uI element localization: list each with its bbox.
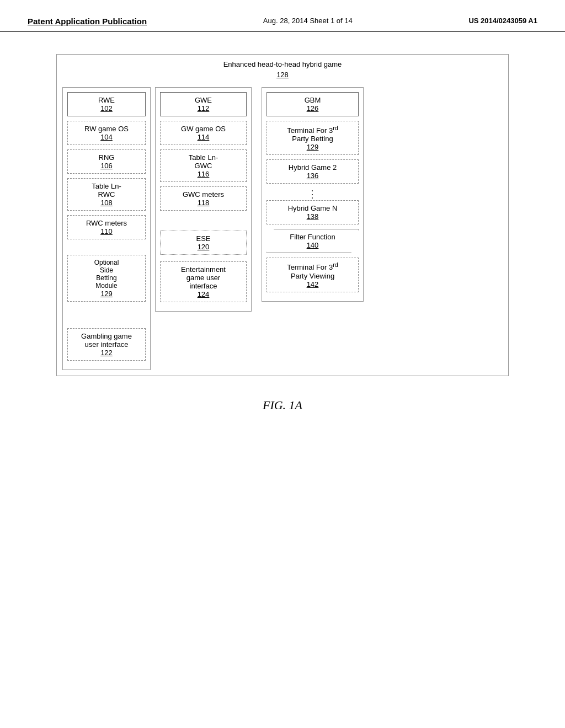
gbm-column: GBM 126 Terminal For 3rdParty Betting 12…: [262, 87, 364, 302]
table-ln-rwc-num: 108: [72, 199, 141, 207]
main-title: Enhanced head-to-head hybrid game: [62, 60, 503, 68]
hybrid-game-n-title: Hybrid Game N: [271, 204, 354, 212]
hybrid-game-2-title: Hybrid Game 2: [271, 163, 354, 172]
rwc-meters-block: RWC meters 110: [67, 215, 146, 239]
filter-function-title: Filter Function: [271, 233, 354, 241]
rng-title: RNG: [72, 153, 141, 162]
entertainment-interface-block: Entertainmentgame userinterface 124: [160, 261, 247, 302]
gambling-interface-title: Gambling gameuser interface: [72, 332, 141, 349]
entertainment-interface-title: Entertainmentgame userinterface: [165, 265, 242, 290]
rw-game-os-num: 104: [72, 133, 141, 141]
gbm-title: GBM: [271, 96, 354, 104]
diagram-area: Enhanced head-to-head hybrid game 128 RW…: [0, 32, 565, 435]
publication-title: Patent Application Publication: [28, 17, 147, 26]
gwc-meters-title: GWC meters: [165, 190, 242, 199]
terminal-party-betting-num: 129: [271, 143, 354, 151]
terminal-party-viewing-title: Terminal For 3rdParty Viewing: [271, 261, 354, 280]
hybrid-game-2-num: 136: [271, 172, 354, 180]
gwc-meters-block: GWC meters 118: [160, 186, 247, 211]
rwe-title: RWE: [72, 96, 141, 104]
optional-num: 129: [71, 290, 142, 298]
rwe-num: 102: [72, 104, 141, 113]
publication-number: US 2014/0243059 A1: [468, 17, 537, 25]
gw-game-os-num: 114: [165, 133, 242, 141]
ellipsis: ⋮: [266, 188, 359, 200]
table-ln-gwc-num: 116: [165, 170, 242, 178]
gbm-num: 126: [271, 104, 354, 113]
rwe-block: RWE 102: [67, 92, 146, 116]
rw-game-os-block: RW game OS 104: [67, 121, 146, 145]
main-num: 128: [62, 71, 503, 79]
rng-num: 106: [72, 162, 141, 170]
diagram-columns: RWE 102 RW game OS 104 RNG 106 Table Ln-…: [62, 87, 503, 370]
terminal-party-viewing-num: 142: [271, 280, 354, 288]
rwc-meters-num: 110: [72, 227, 141, 235]
terminal-party-viewing-block: Terminal For 3rdParty Viewing 142: [266, 258, 359, 292]
gambling-interface-num: 122: [72, 349, 141, 357]
hybrid-game-2-block: Hybrid Game 2 136: [266, 159, 359, 184]
page-header: Patent Application Publication Aug. 28, …: [0, 0, 565, 32]
entertainment-interface-num: 124: [165, 290, 242, 298]
optional-title: OptionalSideBettingModule: [71, 259, 142, 290]
publication-date-sheet: Aug. 28, 2014 Sheet 1 of 14: [263, 17, 353, 25]
gwe-title: GWE: [165, 96, 242, 104]
gw-game-os-block: GW game OS 114: [160, 121, 247, 145]
rng-block: RNG 106: [67, 149, 146, 174]
hybrid-game-n-num: 138: [271, 212, 354, 221]
hybrid-game-n-block: Hybrid Game N 138: [266, 200, 359, 224]
filter-function-container: Filter Function 140: [266, 229, 359, 253]
terminal-party-betting-title: Terminal For 3rdParty Betting: [271, 125, 354, 143]
ese-block: ESE 120: [160, 231, 247, 255]
gw-game-os-title: GW game OS: [165, 125, 242, 133]
gwe-column: GWE 112 GW game OS 114 Table Ln-GWC 116 …: [155, 87, 252, 312]
filter-function-block: Filter Function 140: [266, 229, 359, 253]
gwe-num: 112: [165, 104, 242, 113]
rwc-meters-title: RWC meters: [72, 219, 141, 227]
optional-side-betting-block: OptionalSideBettingModule 129: [67, 255, 146, 302]
table-ln-rwc-title: Table Ln-RWC: [72, 182, 141, 199]
gambling-interface-block: Gambling gameuser interface 122: [67, 328, 146, 361]
main-box: Enhanced head-to-head hybrid game 128 RW…: [56, 54, 509, 376]
rwe-column: RWE 102 RW game OS 104 RNG 106 Table Ln-…: [62, 87, 151, 370]
terminal-party-betting-block: Terminal For 3rdParty Betting 129: [266, 121, 359, 155]
rw-game-os-title: RW game OS: [72, 125, 141, 133]
table-ln-gwc-title: Table Ln-GWC: [165, 153, 242, 170]
ese-title: ESE: [165, 234, 242, 243]
table-ln-gwc-block: Table Ln-GWC 116: [160, 149, 247, 182]
gwc-meters-num: 118: [165, 199, 242, 207]
table-ln-rwc-block: Table Ln-RWC 108: [67, 178, 146, 211]
figure-caption: FIG. 1A: [263, 398, 302, 413]
gbm-block: GBM 126: [266, 92, 359, 116]
ese-num: 120: [165, 243, 242, 251]
gwe-block: GWE 112: [160, 92, 247, 116]
filter-function-num: 140: [271, 241, 354, 249]
